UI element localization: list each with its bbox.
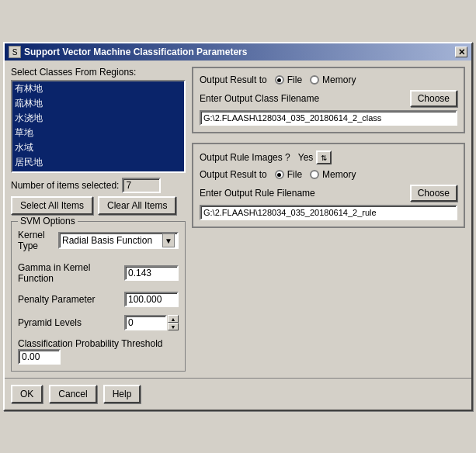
pyramid-spinner: ▲ ▼ xyxy=(168,315,179,330)
action-buttons: Select All Items Clear All Items xyxy=(11,196,186,215)
output-rule-question: Output Rule Images ? xyxy=(200,152,290,163)
file-radio-button[interactable] xyxy=(275,75,284,85)
output-class-file-radio[interactable]: File xyxy=(275,74,302,85)
memory-radio-button[interactable] xyxy=(310,75,319,85)
clear-all-button[interactable]: Clear All Items xyxy=(98,196,176,215)
output-rule-radio-row: Output Result to File Memory xyxy=(200,169,457,180)
main-window: S Support Vector Machine Classification … xyxy=(3,42,473,411)
kernel-value: Radial Basis Function xyxy=(62,235,152,246)
output-class-memory-radio[interactable]: Memory xyxy=(310,74,356,85)
list-item[interactable]: 疏林地 xyxy=(12,96,184,111)
help-button[interactable]: Help xyxy=(103,385,141,403)
window-title: Support Vector Machine Classification Pa… xyxy=(24,47,247,57)
prob-label: Classification Probability Threshold xyxy=(18,338,163,349)
bottom-bar: OK Cancel Help xyxy=(5,378,471,410)
output-class-radio-row: Output Result to File Memory xyxy=(200,74,457,85)
penalty-input[interactable] xyxy=(124,292,179,307)
classes-listbox[interactable]: 有林地疏林地水浇地草地水域居民地旱地 xyxy=(11,80,186,173)
svm-options-group: SVM Options Kernel Type Radial Basis Fun… xyxy=(11,221,186,372)
list-item[interactable]: 旱地 xyxy=(12,170,184,173)
list-item[interactable]: 水域 xyxy=(12,140,184,155)
title-bar: S Support Vector Machine Classification … xyxy=(5,43,471,61)
class-path-input[interactable] xyxy=(200,110,457,126)
gamma-label: Gamma in Kernel Function xyxy=(18,262,124,284)
count-label: Number of items selected: xyxy=(11,180,119,191)
choose-rule-button[interactable]: Choose xyxy=(410,185,457,202)
kernel-select[interactable]: Radial Basis Function ▼ xyxy=(58,232,179,249)
list-item[interactable]: 水浇地 xyxy=(12,111,184,126)
rule-file-label: File xyxy=(287,169,302,180)
gamma-input[interactable] xyxy=(124,265,179,281)
output-class-section: Output Result to File Memory Enter Outpu… xyxy=(192,67,465,133)
output-rule-memory-radio[interactable]: Memory xyxy=(310,169,356,180)
classes-label: Select Classes From Regions: xyxy=(11,67,186,78)
dropdown-arrow-icon[interactable]: ▼ xyxy=(162,233,175,247)
pyramid-input[interactable] xyxy=(124,315,167,330)
rule-memory-radio-button[interactable] xyxy=(310,170,319,179)
rule-file-radio-button[interactable] xyxy=(275,170,284,179)
enter-rule-label: Enter Output Rule Filename xyxy=(200,188,315,199)
prob-row: Classification Probability Threshold xyxy=(18,338,179,365)
kernel-row: Kernel Type Radial Basis Function ▼ xyxy=(18,230,179,251)
enter-class-row: Enter Output Class Filename Choose xyxy=(200,90,457,107)
count-row: Number of items selected: 7 xyxy=(11,178,186,193)
penalty-row: Penalty Parameter xyxy=(18,292,179,307)
left-panel: Select Classes From Regions: 有林地疏林地水浇地草地… xyxy=(11,67,186,372)
list-item[interactable]: 草地 xyxy=(12,126,184,140)
list-item[interactable]: 有林地 xyxy=(12,81,184,96)
output-rule-label: Output Result to xyxy=(200,169,267,180)
ok-button[interactable]: OK xyxy=(11,385,43,403)
output-rule-question-row: Output Rule Images ? Yes ⇅ xyxy=(200,150,457,164)
spin-up-button[interactable]: ▲ xyxy=(168,315,179,323)
output-class-label: Output Result to xyxy=(200,74,267,85)
kernel-label: Kernel Type xyxy=(18,230,52,251)
rule-memory-label: Memory xyxy=(322,169,356,180)
prob-input[interactable] xyxy=(18,349,61,365)
right-panel: Output Result to File Memory Enter Outpu… xyxy=(192,67,465,372)
close-button[interactable]: ✕ xyxy=(455,47,467,57)
toggle-button[interactable]: ⇅ xyxy=(316,150,332,164)
rule-path-input[interactable] xyxy=(200,205,457,220)
cancel-button[interactable]: Cancel xyxy=(49,385,96,403)
enter-rule-row: Enter Output Rule Filename Choose xyxy=(200,185,457,202)
pyramid-label: Pyramid Levels xyxy=(18,317,124,328)
choose-class-button[interactable]: Choose xyxy=(410,90,457,107)
select-all-button[interactable]: Select All Items xyxy=(11,196,93,215)
penalty-label: Penalty Parameter xyxy=(18,294,124,305)
pyramid-row: Pyramid Levels ▲ ▼ xyxy=(18,315,179,330)
window-icon: S xyxy=(9,46,21,58)
yes-toggle: Yes ⇅ xyxy=(298,150,332,164)
output-rule-section: Output Rule Images ? Yes ⇅ Output Result… xyxy=(192,143,465,228)
spin-down-button[interactable]: ▼ xyxy=(168,323,179,330)
yes-label: Yes xyxy=(298,152,314,163)
output-rule-file-radio[interactable]: File xyxy=(275,169,302,180)
count-field: 7 xyxy=(122,178,161,193)
list-item[interactable]: 居民地 xyxy=(12,155,184,170)
svm-options-title: SVM Options xyxy=(18,216,78,226)
enter-class-label: Enter Output Class Filename xyxy=(200,93,319,104)
gamma-row: Gamma in Kernel Function xyxy=(18,262,179,284)
file-radio-label: File xyxy=(287,74,302,85)
memory-radio-label: Memory xyxy=(322,74,356,85)
content-area: Select Classes From Regions: 有林地疏林地水浇地草地… xyxy=(5,61,471,378)
